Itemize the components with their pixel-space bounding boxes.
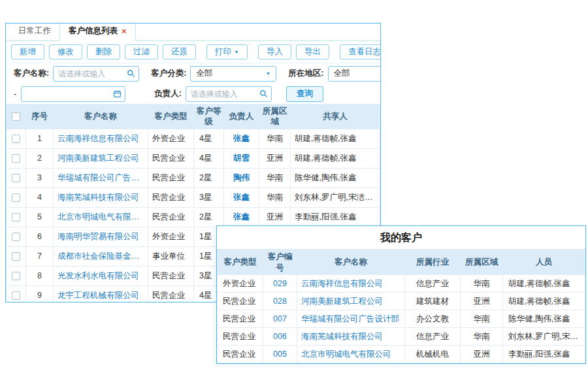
customer-name-link[interactable]: 云南海祥信息有限公司	[297, 275, 405, 293]
owner-filter	[186, 86, 272, 102]
category-select[interactable]: 全部 ▼	[190, 66, 276, 82]
chevron-down-icon: ▼	[234, 50, 239, 55]
table-row[interactable]: 3华瑞城有限公司广告设计部民营企业2星陶伟华南陈华健,陶伟,张鑫	[7, 168, 380, 188]
select-all-checkbox[interactable]	[12, 112, 20, 121]
tab-daily-work[interactable]: 日常工作	[10, 23, 59, 41]
customer-level: 2星	[194, 207, 224, 227]
row-number: 5	[26, 207, 54, 227]
query-button[interactable]: 查询	[286, 86, 323, 102]
customer-type: 事业单位	[148, 246, 194, 266]
people: 刘东林,罗广明,宋洁然...	[503, 328, 585, 346]
customer-name-link[interactable]: 河南美新建筑工程公司	[54, 148, 148, 168]
customer-code-link[interactable]: 028	[263, 293, 297, 310]
add-button[interactable]: 新增	[11, 44, 44, 59]
row-checkbox[interactable]	[12, 252, 20, 261]
row-checkbox[interactable]	[12, 174, 20, 182]
region-select[interactable]: 全部 ▼	[328, 66, 381, 82]
list-item[interactable]: 民营企业028河南美新建筑工程公司建筑建材亚洲胡建,蒋德帧,张鑫	[218, 293, 585, 310]
export-button[interactable]: 导出	[296, 44, 329, 59]
tab-customer-list-label: 客户信息列表	[69, 25, 118, 37]
customer-type: 民营企业	[148, 168, 194, 188]
industry: 机械机电	[405, 346, 461, 363]
customer-code-link[interactable]: 006	[263, 328, 297, 346]
view-log-button[interactable]: 查看日志	[340, 44, 381, 59]
owner-link[interactable]: 张鑫	[224, 207, 259, 227]
customer-name-link[interactable]: 河南美新建筑工程公司	[297, 293, 405, 310]
customer-name-link[interactable]: 光发水利水电有限公司	[54, 266, 148, 286]
customer-code-link[interactable]: 005	[263, 346, 297, 363]
list-item[interactable]: 民营企业006海南芜城科技有限公司信息产业华南刘东林,罗广明,宋洁然...	[218, 328, 585, 346]
table-row[interactable]: 5北京市明城电气有限公司民营企业2星张鑫亚洲李勤丽,阳强,张鑫	[7, 207, 380, 227]
row-checkbox[interactable]	[12, 154, 20, 163]
people: 陈华健,陶伟,张鑫	[503, 310, 585, 328]
category-value: 全部	[196, 68, 212, 79]
customer-type: 民营企业	[148, 266, 194, 286]
delete-button[interactable]: 删除	[87, 44, 120, 59]
date-input[interactable]	[21, 86, 125, 102]
list-item[interactable]: 民营企业005北京市明城电气有限公司机械机电亚洲李勤丽,阳强,张鑫	[218, 346, 585, 363]
customer-name-link[interactable]: 北京市明城电气有限公司	[297, 346, 405, 363]
table-row[interactable]: 2河南美新建筑工程公司民营企业4星胡雪亚洲胡建,蒋德帧,张鑫	[7, 148, 380, 168]
row-checkbox-cell	[7, 266, 26, 286]
date-filter	[21, 86, 125, 102]
row-checkbox-cell	[7, 129, 26, 148]
owner-link[interactable]: 张鑫	[224, 188, 259, 207]
region: 亚洲	[461, 346, 503, 363]
shared-people: 刘东林,罗广明,宋洁然,张鑫	[291, 188, 380, 207]
category-label: 客户分类:	[151, 68, 186, 79]
customer-code-link[interactable]: 029	[263, 275, 297, 293]
customer-type: 民营企业	[148, 188, 194, 207]
table-row[interactable]: 4海南芜城科技有限公司民营企业3星张鑫华南刘东林,罗广明,宋洁然,张鑫	[7, 188, 380, 207]
customer-name-link[interactable]: 成都市社会保险基金管理...	[54, 246, 148, 266]
calendar-icon[interactable]	[113, 90, 122, 98]
owner-link[interactable]: 陶伟	[224, 168, 259, 188]
filter-button[interactable]: 过滤	[125, 44, 158, 59]
tab-bar: 日常工作 客户信息列表 ×	[6, 24, 380, 41]
industry: 信息产业	[405, 275, 461, 293]
row-checkbox-cell	[7, 246, 26, 266]
customer-name-link[interactable]: 海南芜城科技有限公司	[297, 328, 405, 346]
restore-button[interactable]: 还原	[163, 44, 196, 59]
row-checkbox[interactable]	[12, 272, 20, 280]
search-icon[interactable]	[259, 90, 268, 98]
tab-customer-list[interactable]: 客户信息列表 ×	[59, 23, 136, 41]
row-checkbox-cell	[7, 207, 26, 227]
row-checkbox[interactable]	[12, 291, 20, 300]
customer-name-link[interactable]: 海南明华贸易有限公司	[54, 227, 148, 246]
customer-type: 民营企业	[218, 293, 263, 310]
row-checkbox[interactable]	[12, 135, 20, 143]
import-button[interactable]: 导入	[258, 44, 291, 59]
list-item[interactable]: 外资企业029云南海祥信息有限公司信息产业华南胡建,蒋德帧,张鑫	[218, 275, 585, 293]
col-header-name: 客户名称	[297, 250, 405, 275]
region: 亚洲	[461, 293, 503, 310]
close-icon[interactable]: ×	[122, 27, 127, 35]
col-header-type: 客户类型	[148, 105, 194, 129]
print-button[interactable]: 打印 ▼	[206, 44, 248, 59]
region: 华南	[461, 310, 503, 328]
edit-button[interactable]: 修改	[49, 44, 82, 59]
region: 华南	[259, 168, 291, 188]
table-row[interactable]: 1云南海祥信息有限公司外资企业4星张鑫华南胡建,蒋德帧,张鑫	[7, 129, 380, 148]
print-button-label: 打印	[215, 46, 231, 57]
customer-name-link[interactable]: 龙宇工程机械有限公司	[54, 286, 148, 302]
row-checkbox[interactable]	[12, 213, 20, 221]
customer-name-label: 客户名称:	[14, 68, 49, 79]
industry: 信息产业	[405, 328, 461, 346]
list-item[interactable]: 民营企业007华瑞城有限公司广告设计部办公文教华南陈华健,陶伟,张鑫	[218, 310, 585, 328]
row-checkbox[interactable]	[12, 233, 20, 241]
owner-link[interactable]: 张鑫	[224, 129, 259, 148]
customer-name-link[interactable]: 华瑞城有限公司广告设计部	[297, 310, 405, 328]
customer-name-link[interactable]: 海南芜城科技有限公司	[54, 188, 148, 207]
row-number: 6	[26, 227, 54, 246]
row-checkbox[interactable]	[12, 193, 20, 202]
region: 华南	[461, 328, 503, 346]
owner-link[interactable]: 胡雪	[224, 148, 259, 168]
customer-name-link[interactable]: 华瑞城有限公司广告设计部	[54, 168, 148, 188]
col-header-no: 序号	[26, 105, 54, 129]
industry: 建筑建材	[405, 293, 461, 310]
search-icon[interactable]	[127, 69, 135, 78]
customer-name-link[interactable]: 北京市明城电气有限公司	[54, 207, 148, 227]
region-value: 全部	[334, 68, 350, 79]
customer-name-link[interactable]: 云南海祥信息有限公司	[54, 129, 148, 148]
customer-code-link[interactable]: 007	[263, 310, 297, 328]
